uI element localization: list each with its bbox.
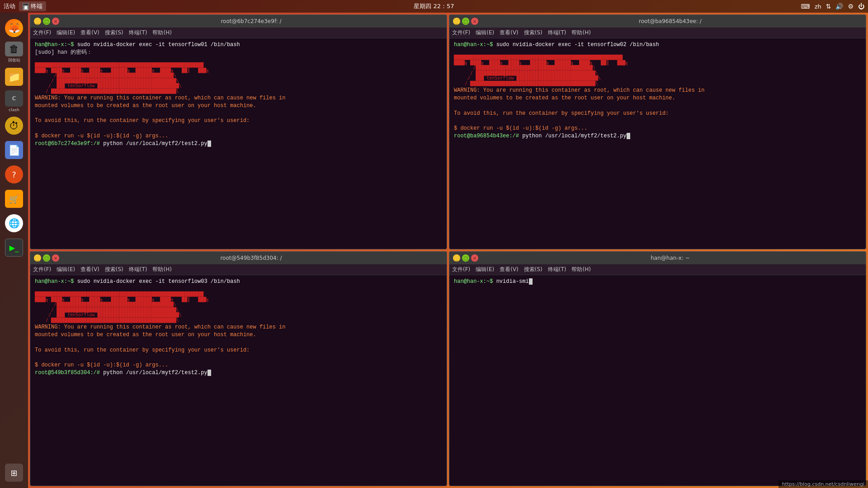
term-1-line-2: [sudo] han 的密码：: [35, 49, 442, 56]
terminal-4-body: han@han-x:~$ nvidia-smi: [449, 275, 866, 486]
ubuntu-icon: ?: [5, 165, 23, 183]
win-close-4[interactable]: ×: [471, 254, 478, 262]
keyboard-icon[interactable]: ⌨: [801, 3, 810, 10]
menu-view-1[interactable]: 查看(V): [80, 29, 99, 37]
sidebar-item-chrome[interactable]: 🌐: [3, 212, 25, 234]
time-icon: ⏱: [5, 117, 23, 135]
terminal-window-2[interactable]: _ □ × root@ba96854b43ee: / 文件(F) 编辑(E) 查…: [449, 14, 866, 249]
menu-help-4[interactable]: 帮助(H): [571, 266, 590, 273]
power-icon[interactable]: ⏻: [858, 3, 864, 10]
sidebar-item-amazon[interactable]: 🛒: [3, 188, 25, 210]
terminal-indicator[interactable]: ▣ 终端: [19, 1, 46, 11]
menu-search-4[interactable]: 搜索(S): [524, 266, 542, 273]
terminal-1-title: root@6b7c274e3e9f: /: [59, 18, 443, 24]
terminal-window-4[interactable]: _ □ × han@han-x: ~ 文件(F) 编辑(E) 查看(V) 搜索(…: [449, 251, 866, 486]
win-minimize-3[interactable]: _: [34, 254, 41, 262]
menu-search-2[interactable]: 搜索(S): [524, 29, 542, 37]
term-1-tf-ascii: ████████████████████████████████████████…: [35, 57, 442, 94]
sidebar-item-folder[interactable]: 📁: [3, 66, 25, 88]
menu-view-4[interactable]: 查看(V): [500, 266, 519, 273]
terminal-3-title: root@549b3f85d304: /: [59, 255, 443, 261]
menu-edit-3[interactable]: 编辑(E): [57, 266, 75, 273]
term-2-warning: WARNING: You are running this container …: [454, 87, 861, 132]
term-4-cursor: [529, 278, 533, 285]
activities-button[interactable]: 活动: [4, 2, 15, 10]
topbar-right: ⌨ zh ⇅ 🔊 ⚙ ⏻: [801, 3, 864, 10]
clash-label: clash: [9, 108, 19, 112]
win-close-3[interactable]: ×: [52, 254, 59, 262]
menu-terminal-3[interactable]: 终端(T): [129, 266, 147, 273]
menu-terminal-2[interactable]: 终端(T): [548, 29, 566, 37]
menu-help-3[interactable]: 帮助(H): [152, 266, 171, 273]
menu-view-3[interactable]: 查看(V): [80, 266, 99, 273]
term-3-cursor: [208, 370, 211, 376]
terminal-window-3[interactable]: _ □ × root@549b3f85d304: / 文件(F) 编辑(E) 查…: [30, 251, 447, 486]
term-4-line-1: han@han-x:~$ nvidia-smi: [454, 278, 861, 286]
term-3-line-1: han@han-x:~$ sudo nvidia-docker exec -it…: [35, 278, 442, 286]
menu-terminal-1[interactable]: 终端(T): [129, 29, 147, 37]
terminal-2-body: han@han-x:~$ sudo nvidia-docker exec -it…: [449, 38, 866, 249]
desktop: _ □ × root@6b7c274e3e9f: / 文件(F) 编辑(E) 查…: [28, 13, 868, 488]
terminal-4-titlebar: _ □ × han@han-x: ~: [449, 252, 866, 264]
win-maximize-3[interactable]: □: [43, 254, 50, 262]
volume-icon[interactable]: 🔊: [835, 3, 843, 10]
folder-icon: 📁: [5, 68, 23, 86]
sidebar-item-firefox[interactable]: 🦊: [3, 17, 25, 39]
topbar: 活动 ▣ 终端 星期四 22：57 ⌨ zh ⇅ 🔊 ⚙ ⏻: [0, 0, 868, 13]
term-1-prompt2: root@6b7c274e3e9f:/# python /usr/local/m…: [35, 140, 442, 148]
sidebar-item-time[interactable]: ⏱: [3, 115, 25, 136]
topbar-datetime[interactable]: 星期四 22：57: [414, 2, 454, 10]
menu-search-1[interactable]: 搜索(S): [105, 29, 123, 37]
term-1-line-1: han@han-x:~$ sudo nvidia-docker exec -it…: [35, 41, 442, 49]
terminal-3-titlebar: _ □ × root@549b3f85d304: /: [30, 252, 447, 264]
win-maximize-2[interactable]: □: [462, 18, 469, 25]
win-minimize-1[interactable]: _: [34, 18, 41, 25]
appgrid-icon: ⊞: [5, 464, 23, 482]
menu-view-2[interactable]: 查看(V): [500, 29, 519, 37]
menu-file-1[interactable]: 文件(F): [33, 29, 51, 37]
win-minimize-4[interactable]: _: [453, 254, 460, 262]
files-icon: 📄: [5, 141, 23, 159]
terminal-icon: ▶_: [5, 239, 23, 257]
sidebar-item-appgrid[interactable]: ⊞: [3, 462, 25, 483]
network-icon[interactable]: ⇅: [826, 3, 831, 10]
win-close-1[interactable]: ×: [52, 18, 59, 25]
settings-icon[interactable]: ⚙: [848, 3, 854, 10]
sidebar-item-trash[interactable]: 🗑 回收站: [3, 42, 25, 63]
menu-edit-4[interactable]: 编辑(E): [476, 266, 494, 273]
term-2-cursor: [627, 133, 630, 139]
sidebar-item-terminal[interactable]: ▶_: [3, 237, 25, 258]
topbar-left: 活动 ▣ 终端: [4, 1, 46, 11]
menu-file-4[interactable]: 文件(F): [452, 266, 470, 273]
menu-file-2[interactable]: 文件(F): [452, 29, 470, 37]
chrome-icon: 🌐: [5, 214, 23, 232]
terminal-3-body: han@han-x:~$ sudo nvidia-docker exec -it…: [30, 275, 447, 486]
terminal-taskbar-icon: ▣: [23, 3, 29, 9]
language-indicator[interactable]: zh: [815, 3, 821, 10]
terminal-taskbar-label: 终端: [31, 2, 42, 10]
terminal-1-body: han@han-x:~$ sudo nvidia-docker exec -it…: [30, 38, 447, 249]
terminal-window-1[interactable]: _ □ × root@6b7c274e3e9f: / 文件(F) 编辑(E) 查…: [30, 14, 447, 249]
sidebar-item-clash[interactable]: C clash: [3, 90, 25, 112]
term-2-prompt2: root@ba96854b43ee:/# python /usr/local/m…: [454, 132, 861, 140]
term-2-tf-ascii: ████████████████████████████████████████…: [454, 50, 861, 86]
menu-edit-1[interactable]: 编辑(E): [57, 29, 75, 37]
terminal-1-titlebar: _ □ × root@6b7c274e3e9f: /: [30, 15, 447, 28]
menu-search-3[interactable]: 搜索(S): [105, 266, 123, 273]
bottom-url: https://blog.csdn.net/csdnliwengi: [778, 480, 868, 488]
menu-help-1[interactable]: 帮助(H): [152, 29, 171, 37]
menu-help-2[interactable]: 帮助(H): [571, 29, 590, 37]
win-maximize-1[interactable]: □: [43, 18, 50, 25]
menu-edit-2[interactable]: 编辑(E): [476, 29, 494, 37]
menu-file-3[interactable]: 文件(F): [33, 266, 51, 273]
win-maximize-4[interactable]: □: [462, 254, 469, 262]
trash-label: 回收站: [8, 57, 20, 63]
win-minimize-2[interactable]: _: [453, 18, 460, 25]
sidebar-item-ubuntu[interactable]: ?: [3, 164, 25, 185]
term-3-tf-ascii: ████████████████████████████████████████…: [35, 286, 442, 323]
term-1-cursor: [208, 141, 211, 147]
win-close-2[interactable]: ×: [471, 18, 478, 25]
menu-terminal-4[interactable]: 终端(T): [548, 266, 566, 273]
clash-icon: C: [5, 90, 23, 107]
sidebar-item-files[interactable]: 📄: [3, 139, 25, 161]
